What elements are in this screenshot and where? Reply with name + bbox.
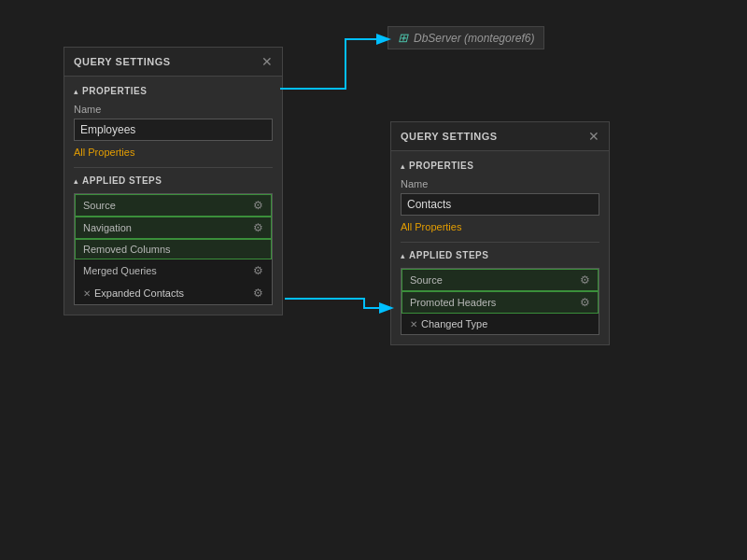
right-panel-title: QUERY SETTINGS [401, 131, 498, 142]
left-steps-list: Source ⚙ Navigation ⚙ Removed Columns [74, 193, 273, 305]
left-step-navigation[interactable]: Navigation ⚙ [75, 217, 272, 239]
right-step-source[interactable]: Source ⚙ [402, 269, 599, 291]
right-properties-title: PROPERTIES [409, 161, 473, 171]
left-step-removed-columns-left: Removed Columns [83, 244, 171, 255]
left-steps-section: ▴ APPLIED STEPS [74, 175, 273, 186]
left-panel-header: QUERY SETTINGS ✕ [64, 48, 282, 77]
left-close-button[interactable]: ✕ [261, 55, 273, 68]
right-all-props-link[interactable]: All Properties [401, 221, 599, 232]
db-icon: ⊞ [398, 31, 408, 45]
left-step-navigation-left: Navigation [83, 222, 132, 233]
arrow-to-db-badge [280, 39, 388, 89]
right-step-changed-type-warning-icon: ✕ [410, 319, 417, 329]
left-step-removed-columns[interactable]: Removed Columns [75, 239, 272, 259]
arrow-to-contacts-panel [285, 299, 390, 308]
left-step-source-label: Source [83, 200, 116, 211]
left-all-props-link[interactable]: All Properties [74, 147, 273, 158]
left-panel-body: ▴ PROPERTIES Name All Properties ▴ APPLI… [64, 77, 282, 315]
right-step-promoted-headers-gear-icon[interactable]: ⚙ [580, 296, 590, 309]
db-server-label: DbServer (montegoref6) [414, 32, 534, 45]
properties-triangle-icon: ▴ [74, 87, 78, 96]
right-step-source-label: Source [410, 274, 443, 286]
right-steps-triangle-icon: ▴ [401, 251, 405, 260]
right-step-changed-type-left: ✕ Changed Type [410, 318, 487, 329]
right-step-changed-type-label: Changed Type [421, 318, 487, 329]
left-step-removed-columns-label: Removed Columns [83, 244, 171, 255]
left-query-settings-panel: QUERY SETTINGS ✕ ▴ PROPERTIES Name All P… [63, 47, 283, 315]
right-name-label: Name [401, 178, 599, 189]
right-steps-section: ▴ APPLIED STEPS [401, 250, 599, 260]
left-step-navigation-gear-icon[interactable]: ⚙ [253, 221, 263, 234]
left-step-navigation-label: Navigation [83, 222, 132, 233]
right-panel-header: QUERY SETTINGS ✕ [391, 122, 609, 151]
left-step-expanded-contacts-gear-icon[interactable]: ⚙ [253, 287, 263, 300]
right-step-promoted-headers-left: Promoted Headers [410, 297, 496, 308]
left-step-source[interactable]: Source ⚙ [75, 194, 272, 217]
right-step-source-gear-icon[interactable]: ⚙ [580, 273, 590, 287]
left-step-merged-queries-gear-icon[interactable]: ⚙ [253, 264, 263, 277]
left-step-source-left: Source [83, 200, 116, 211]
left-step-merged-queries-left: Merged Queries [83, 265, 157, 276]
left-step-merged-queries[interactable]: Merged Queries ⚙ [75, 259, 272, 282]
left-properties-title: PROPERTIES [82, 86, 147, 96]
steps-triangle-icon: ▴ [74, 176, 78, 186]
left-step-expanded-contacts-label: Expanded Contacts [94, 287, 184, 299]
right-step-source-left: Source [410, 274, 443, 286]
right-step-promoted-headers-label: Promoted Headers [410, 297, 496, 308]
left-step-expanded-contacts-warning-icon: ✕ [83, 288, 91, 299]
right-properties-section: ▴ PROPERTIES [401, 161, 599, 171]
right-properties-triangle-icon: ▴ [401, 161, 405, 171]
left-properties-section: ▴ PROPERTIES [74, 86, 273, 96]
left-name-input[interactable] [74, 119, 273, 141]
right-query-settings-panel: QUERY SETTINGS ✕ ▴ PROPERTIES Name All P… [390, 121, 610, 345]
right-steps-title: APPLIED STEPS [409, 250, 488, 260]
right-close-button[interactable]: ✕ [588, 130, 599, 143]
right-step-promoted-headers[interactable]: Promoted Headers ⚙ [402, 291, 599, 314]
left-step-expanded-contacts-left: ✕ Expanded Contacts [83, 287, 184, 299]
right-step-changed-type[interactable]: ✕ Changed Type [402, 314, 599, 334]
left-name-label: Name [74, 104, 273, 115]
right-panel-body: ▴ PROPERTIES Name All Properties ▴ APPLI… [391, 151, 609, 344]
left-steps-title: APPLIED STEPS [82, 175, 162, 186]
left-step-expanded-contacts[interactable]: ✕ Expanded Contacts ⚙ [75, 282, 272, 304]
right-name-input[interactable] [401, 193, 599, 216]
right-steps-list: Source ⚙ Promoted Headers ⚙ ✕ Changed Ty… [401, 268, 599, 335]
left-step-merged-queries-label: Merged Queries [83, 265, 157, 276]
left-step-source-gear-icon[interactable]: ⚙ [253, 199, 263, 212]
left-panel-title: QUERY SETTINGS [74, 56, 171, 67]
db-server-badge: ⊞ DbServer (montegoref6) [388, 26, 544, 49]
